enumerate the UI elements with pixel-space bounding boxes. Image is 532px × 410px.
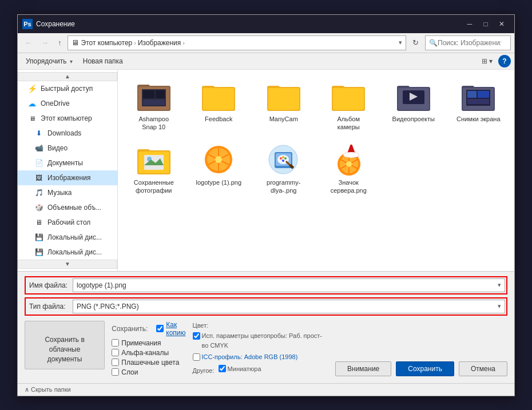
sidebar-label-images: Изображения: [47, 174, 90, 182]
sidebar-item-downloads[interactable]: ⬇ Downloads: [18, 126, 117, 141]
sidebar-item-images[interactable]: 🖼 Изображения: [18, 170, 117, 185]
hide-folders-button[interactable]: ∧ Скрыть папки: [25, 386, 71, 393]
color-channels-checkbox[interactable]: [112, 359, 119, 366]
sidebar-item-local-disk2[interactable]: 💾 Локальный дис...: [18, 245, 117, 260]
sidebar-item-local-disk1[interactable]: 💾 Локальный дис...: [18, 230, 117, 245]
thumbnail-checkbox[interactable]: [219, 365, 226, 372]
alpha-checkbox[interactable]: [112, 349, 119, 356]
back-button[interactable]: ←: [21, 37, 35, 49]
svg-point-45: [282, 156, 284, 158]
svg-rect-4: [143, 90, 154, 98]
refresh-button[interactable]: ↻: [408, 37, 423, 49]
svg-rect-9: [203, 88, 234, 110]
sidebar-item-3d[interactable]: 🎲 Объемные объ...: [18, 200, 117, 215]
sidebar-scroll-down[interactable]: ▼: [18, 260, 117, 269]
cancel-button[interactable]: Отмена: [459, 361, 507, 376]
warning-button[interactable]: Внимание: [335, 361, 391, 376]
color-proof-checkbox[interactable]: [193, 332, 200, 340]
file-item-saved-photos[interactable]: Сохраненные фотографии: [124, 139, 184, 198]
svg-rect-26: [478, 91, 489, 98]
saved-photos-folder-icon: [137, 142, 171, 177]
sidebar-label-local-disk2: Локальный дис...: [47, 248, 102, 256]
sidebar-label-video: Видео: [47, 144, 68, 152]
file-item-manycam[interactable]: ManyCam: [253, 75, 314, 135]
search-box[interactable]: 🔍: [425, 35, 511, 50]
up-button[interactable]: ↑: [54, 37, 65, 49]
maximize-button[interactable]: □: [478, 16, 494, 32]
forward-button[interactable]: →: [38, 37, 52, 49]
save-button[interactable]: Сохранить: [396, 361, 454, 376]
sidebar-scroll-up[interactable]: ▲: [18, 72, 117, 81]
color-proof-label: Исп. параметры цветопробы: Раб. прост-во…: [202, 331, 329, 350]
layers-checkbox[interactable]: [112, 368, 119, 376]
file-item-feedback[interactable]: Feedback: [189, 75, 249, 135]
saved-photos-label: Сохраненные фотографии: [131, 178, 177, 195]
breadcrumb-computer: Этот компьютер: [81, 39, 133, 47]
view-button[interactable]: ⊞ ▾: [478, 55, 496, 67]
new-folder-button[interactable]: Новая папка: [78, 55, 128, 67]
filename-dropdown-arrow[interactable]: ▾: [498, 281, 501, 289]
close-button[interactable]: ✕: [494, 16, 510, 32]
breadcrumb-sep1: ›: [134, 39, 136, 46]
alpha-label: Альфа-каналы: [121, 349, 169, 357]
options-checkboxes: Примечания Альфа-каналы Плашечные цвета …: [112, 339, 185, 376]
ashampoo-folder-icon: [137, 79, 171, 113]
address-bar[interactable]: 🖥 Этот компьютер › Изображения › ▾: [68, 35, 407, 50]
icc-label-text: ICC-профиль: Adobe RGB (1998): [202, 353, 298, 360]
sidebar-item-desktop[interactable]: 🖥 Рабочий стол: [18, 215, 117, 230]
sidebar-item-onedrive[interactable]: ☁ OneDrive: [18, 96, 117, 111]
quick-access-icon: ⚡: [27, 84, 37, 93]
file-item-ashampoo[interactable]: Ashampoo Snap 10: [124, 75, 184, 135]
filename-value: logotype (1).png: [77, 281, 126, 289]
feedback-label: Feedback: [205, 115, 232, 123]
app-icon: Ps: [22, 19, 33, 29]
sidebar-item-video[interactable]: 📹 Видео: [18, 141, 117, 156]
video-icon: 📹: [34, 144, 44, 152]
notes-label: Примечания: [121, 339, 161, 347]
file-item-logotype[interactable]: logotype (1).png: [189, 139, 249, 198]
file-item-programmy[interactable]: programmy-dlya-.png: [253, 139, 314, 198]
thumbnail-label: Миниатюра: [228, 364, 261, 374]
save-copy-option[interactable]: Как копию: [156, 321, 185, 337]
save-label: Сохранить:: [112, 325, 152, 333]
search-input[interactable]: [438, 39, 501, 47]
svg-point-58: [350, 142, 353, 145]
sidebar-item-quick-access[interactable]: ⚡ Быстрый доступ: [18, 81, 117, 96]
color-channels-option[interactable]: Плашечные цвета: [112, 359, 185, 367]
filetype-dropdown-arrow[interactable]: ▾: [498, 302, 501, 310]
help-button[interactable]: ?: [498, 55, 511, 67]
file-item-videoprojects[interactable]: Видеопроекты: [383, 75, 444, 135]
notes-option[interactable]: Примечания: [112, 339, 185, 347]
alpha-option[interactable]: Альфа-каналы: [112, 349, 185, 357]
documents-icon: 📄: [34, 159, 44, 167]
color-channels-label: Плашечные цвета: [121, 359, 179, 367]
file-item-album[interactable]: Альбом камеры: [319, 75, 379, 135]
svg-rect-6: [143, 99, 165, 105]
minimize-button[interactable]: ─: [462, 16, 478, 32]
filename-row: Имя файла: logotype (1).png ▾: [25, 276, 507, 294]
window-title: Сохранение: [36, 20, 462, 28]
file-item-screenshots[interactable]: Снимки экрана: [448, 75, 509, 135]
music-icon: 🎵: [34, 189, 44, 197]
bottom-section: Имя файла: logotype (1).png ▾ Тип файла:…: [18, 271, 514, 383]
layers-option[interactable]: Слои: [112, 368, 185, 376]
file-item-znachok[interactable]: Значок сервера.png: [319, 139, 379, 198]
icc-label: ICC-профиль: Adobe RGB (1998): [202, 352, 298, 362]
notes-checkbox[interactable]: [112, 339, 119, 347]
other-label: Другое:: [193, 367, 215, 373]
filename-input-wrapper[interactable]: logotype (1).png ▾: [73, 278, 505, 292]
organize-menu[interactable]: Упорядочить ▾: [21, 55, 77, 67]
icc-checkbox[interactable]: [193, 353, 200, 361]
svg-point-44: [280, 157, 282, 160]
filetype-input-wrapper[interactable]: PNG (*.PNG;*.PNG) ▾: [73, 300, 505, 313]
programmy-label: programmy-dlya-.png: [261, 178, 307, 195]
this-computer-icon: 🖥: [27, 115, 37, 122]
sidebar-item-this-computer[interactable]: 🖥 Этот компьютер: [18, 111, 117, 126]
save-cloud-button[interactable]: Сохранить в облачные документы: [25, 321, 105, 369]
sidebar-item-music[interactable]: 🎵 Музыка: [18, 185, 117, 200]
save-copy-checkbox[interactable]: [156, 325, 164, 332]
sidebar-item-documents[interactable]: 📄 Документы: [18, 156, 117, 170]
address-dropdown-arrow[interactable]: ▾: [399, 39, 402, 46]
svg-rect-25: [467, 91, 477, 98]
bottom-buttons: Внимание Сохранить Отмена: [335, 359, 507, 376]
